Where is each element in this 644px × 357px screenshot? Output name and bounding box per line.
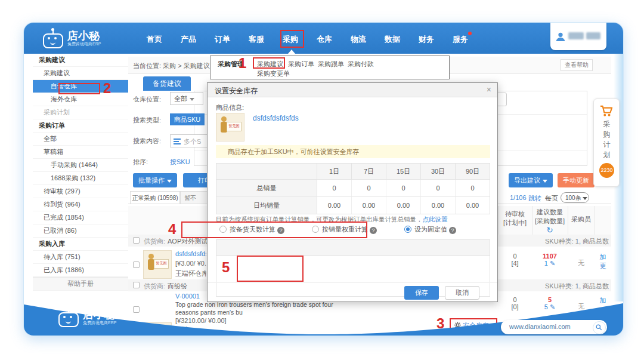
menu-item-purchase-follow[interactable]: 采购跟单 <box>318 60 344 69</box>
group-checkbox[interactable] <box>133 282 140 288</box>
sidebar-item-pending-review[interactable]: 待审核 (297) <box>33 185 128 198</box>
sort-label: 排序: <box>133 158 148 167</box>
sidebar-item-help-manual[interactable]: 帮助手册 <box>33 277 128 291</box>
menu-item-purchase-order[interactable]: 采购订单 <box>288 60 314 69</box>
per-page-select[interactable]: 100条 <box>561 192 589 203</box>
supplier-name: 而纷纷 <box>168 282 187 291</box>
user-info-blurred <box>586 32 600 39</box>
sidebar-item-completed[interactable]: 已完成 (1854) <box>33 211 128 224</box>
sidebar-item-inbound-done[interactable]: 已入库 (1886) <box>33 264 128 277</box>
modal-title: 设置安全库存 <box>215 86 258 96</box>
purchase-plan-widget[interactable]: 采购计划 2230 <box>593 99 620 187</box>
sidebar-item-purchase-plan[interactable]: 采购计划 <box>33 106 128 119</box>
nav-item-service[interactable]: 客服 <box>249 34 264 45</box>
page-indicator[interactable]: 1/106 <box>510 194 527 201</box>
cell-review: 0[4] <box>498 253 532 267</box>
export-suggest-button[interactable]: 导出建议 <box>509 173 553 187</box>
menu-item-purchase-change[interactable]: 采购变更单 <box>257 69 290 78</box>
modal-product-image: 暂无图片 <box>216 113 244 141</box>
annotation-number-1: 1 <box>239 56 246 70</box>
product-info-label: 商品信息: <box>216 103 244 112</box>
save-button[interactable]: 保存 <box>404 286 439 300</box>
sidebar-section-purchase-suggest: 采购建议 <box>33 54 128 67</box>
brand-tagline: 免费跨境电商ERP <box>67 41 101 47</box>
chevron-down-icon <box>167 180 172 183</box>
search-content-label: 搜索内容: <box>133 137 161 146</box>
modal-product-name[interactable]: dsfdsfdsfdsfds <box>253 114 299 122</box>
group-checkbox[interactable] <box>133 237 140 244</box>
cell-suggest: 1107 1 ✎ <box>532 253 568 267</box>
annotation-number-5: 5 <box>222 260 230 275</box>
sidebar-item-pending-inbound[interactable]: 待入库 (751) <box>33 251 128 264</box>
annotation-number-2: 2 <box>103 81 111 96</box>
annotation-number-4: 4 <box>168 222 176 236</box>
help-icon[interactable]: ? <box>370 227 377 234</box>
page-jump-link[interactable]: 跳转 <box>528 194 541 203</box>
footer-search-pill[interactable]: www.dianxiaomi.com <box>501 320 607 334</box>
suggest-quantity: 1107 <box>532 253 568 260</box>
chevron-down-icon <box>190 98 194 101</box>
col-header-review: 待审核[计划中] <box>498 210 532 227</box>
cell-actions[interactable]: 加更 <box>595 253 611 270</box>
tab-stock-suggest[interactable]: 备货建议 <box>143 76 191 91</box>
annotation-box-nav-purchase <box>280 30 304 48</box>
notification-dot <box>468 32 472 35</box>
brand-logo[interactable]: 店小秘 免费跨境电商ERP <box>43 29 101 47</box>
search-type-tag[interactable]: 商品SKU <box>170 113 205 125</box>
sidebar-item-1688-purchase[interactable]: 1688采购 (132) <box>33 172 128 185</box>
subtab-hold-purchase[interactable]: 暂不 <box>180 191 208 204</box>
user-account-area[interactable] <box>550 23 606 50</box>
sidebar-item-all[interactable]: 全部 <box>33 133 128 146</box>
footer-url: www.dianxiaomi.com <box>509 323 571 330</box>
cart-icon <box>600 105 613 117</box>
user-icon <box>555 31 566 42</box>
annotation-box-5 <box>237 256 304 282</box>
sidebar-section-purchase-orders: 采购订单 <box>33 119 128 133</box>
nav-item-home[interactable]: 首页 <box>147 34 162 45</box>
screenshot-canvas: 店小秘 免费跨境电商ERP 首页 产品 订单 客服 采购 仓库 物流 数据 财务… <box>0 0 644 357</box>
nav-item-logistics[interactable]: 物流 <box>351 34 366 45</box>
sidebar-item-awaiting-arrival[interactable]: 待到货 (964) <box>33 198 128 211</box>
note-settings-link[interactable]: 点此设置 <box>423 216 448 223</box>
radio-fixed-value[interactable]: 设为固定值? <box>404 225 456 234</box>
view-help-link[interactable]: 查看帮助 <box>561 59 593 71</box>
purchase-plan-label: 采购计划 <box>603 119 611 160</box>
product-code-link[interactable]: V-00001 <box>175 293 200 300</box>
row-label-total-sales: 总销量 <box>216 180 317 196</box>
nav-item-services[interactable]: 服务 <box>453 34 468 45</box>
warehouse-select[interactable]: 全部 <box>170 92 203 105</box>
col-header-suggest: 建议数量[采购数量] ↻ <box>532 208 568 235</box>
search-icon[interactable] <box>593 321 606 334</box>
row-label-daily-avg: 日均销量 <box>216 197 317 214</box>
batch-actions-button[interactable]: 批量操作 <box>133 173 177 187</box>
sidebar-item-purchase-suggest[interactable]: 采购建议 <box>33 67 128 80</box>
group-summary: SKU种类: 1, 商品总数 <box>545 282 609 291</box>
nav-item-products[interactable]: 产品 <box>181 34 196 45</box>
row-checkbox[interactable] <box>133 261 140 268</box>
search-content-placeholder: 多个S <box>184 137 201 146</box>
brand-name: 店小秘 <box>67 30 101 41</box>
sidebar-item-manual-purchase[interactable]: 手动采购 (1464) <box>33 159 128 172</box>
product-price: [¥3.00/ ¥0.0 <box>175 260 206 267</box>
annotation-box-4 <box>181 221 367 238</box>
nav-item-orders[interactable]: 订单 <box>215 34 230 45</box>
nav-item-warehouse[interactable]: 仓库 <box>317 34 332 45</box>
nav-item-data[interactable]: 数据 <box>385 34 400 45</box>
warehouse-location-label: 仓库位置: <box>133 95 161 104</box>
menu-item-purchase-payment[interactable]: 采购付款 <box>348 60 374 69</box>
sidebar-item-overseas-warehouse[interactable]: 海外仓库 <box>33 93 128 106</box>
search-type-label: 搜索类型: <box>133 116 161 125</box>
help-icon[interactable]: ? <box>449 227 456 234</box>
subtab-normal-purchase[interactable]: 正常采购 (10598) <box>130 191 180 204</box>
per-page-label: 每页 <box>545 194 558 203</box>
product-name-link[interactable]: dsfdsfdsfdsfd <box>175 250 206 257</box>
manual-update-button[interactable]: 手动更新 <box>558 173 595 187</box>
sidebar-item-drafts[interactable]: 草稿箱 <box>33 146 128 159</box>
cancel-button[interactable]: 取消 <box>445 286 479 300</box>
refresh-icon[interactable]: ↻ <box>532 226 568 235</box>
sidebar-item-cancelled[interactable]: 已取消 (86) <box>33 224 128 238</box>
sort-by-sku-link[interactable]: 按SKU <box>170 158 190 167</box>
close-icon[interactable]: × <box>487 85 491 94</box>
nav-item-finance[interactable]: 财务 <box>419 34 434 45</box>
edit-icon[interactable]: ✎ <box>550 260 555 267</box>
